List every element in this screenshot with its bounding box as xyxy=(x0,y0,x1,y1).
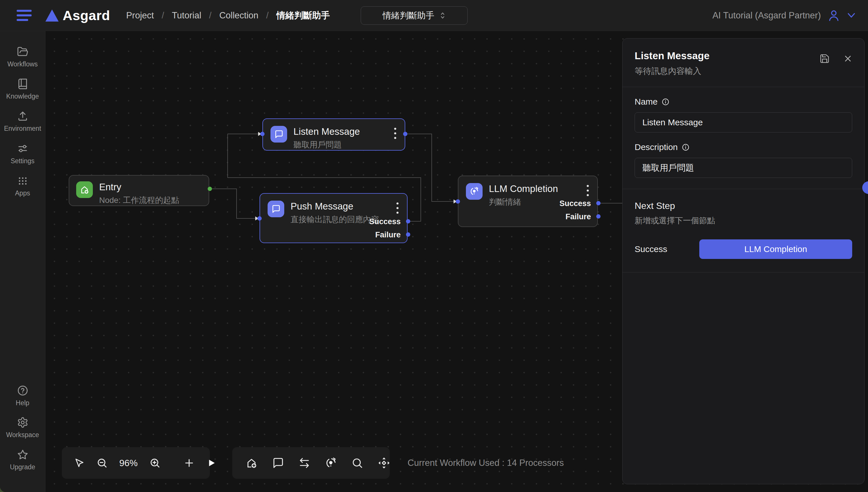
workflow-selector-value: 情緒判斷助手 xyxy=(382,10,434,22)
description-input[interactable] xyxy=(635,158,852,178)
breadcrumb: Project / Tutorial / Collection / 情緒判斷助手 xyxy=(126,9,330,22)
panel-subtitle: 等待訊息內容輸入 xyxy=(635,66,852,77)
sidebar-item-environment[interactable]: Environment xyxy=(0,110,45,132)
sidebar-item-knowledge[interactable]: Knowledge xyxy=(0,78,45,100)
account-menu[interactable]: AI Tutorial (Asgard Partner) xyxy=(713,9,856,22)
node-title: Entry xyxy=(99,181,179,193)
unfold-more-icon xyxy=(440,11,446,20)
save-button[interactable] xyxy=(819,53,830,64)
search-node-button[interactable] xyxy=(351,457,363,469)
edge-entry-to-push xyxy=(210,189,255,218)
name-input[interactable] xyxy=(635,113,852,132)
zoom-in-button[interactable] xyxy=(149,457,161,469)
breadcrumb-collection[interactable]: Collection xyxy=(219,10,258,21)
breadcrumb-project[interactable]: Project xyxy=(126,10,154,21)
breadcrumb-tutorial[interactable]: Tutorial xyxy=(172,10,201,21)
input-arrow-icon xyxy=(255,216,259,220)
canvas-toolbar: 96% xyxy=(62,447,210,479)
node-entry[interactable]: Entry Node: 工作流程的起點 xyxy=(69,175,209,206)
sidebar-item-settings[interactable]: Settings xyxy=(0,143,45,165)
sidebar: Workflows Knowledge Environment Settings… xyxy=(0,31,45,492)
entry-node-icon xyxy=(76,181,93,198)
breadcrumb-separator: / xyxy=(162,10,164,21)
node-menu-icon[interactable] xyxy=(586,184,589,197)
sliders-icon xyxy=(17,143,28,154)
add-entry-node-button[interactable] xyxy=(245,457,257,469)
app-window: Asgard Project / Tutorial / Collection /… xyxy=(0,0,868,492)
star-icon xyxy=(17,449,28,460)
breadcrumb-separator: / xyxy=(266,10,269,21)
move-canvas-button[interactable] xyxy=(378,457,390,469)
edge-listen-to-llm xyxy=(405,134,453,201)
name-field-label: Name xyxy=(635,97,852,107)
sidebar-item-label: Workspace xyxy=(6,431,39,439)
node-subtitle: 判斷情緒 xyxy=(489,197,558,207)
sidebar-item-label: Workflows xyxy=(7,60,38,68)
brand-name: Asgard xyxy=(63,7,110,23)
workflow-usage-status: Current Workflow Used : 14 Processors xyxy=(407,447,564,479)
chevron-down-icon xyxy=(847,13,856,19)
workflow-selector[interactable]: 情緒判斷助手 xyxy=(361,6,468,25)
help-circle-icon xyxy=(17,385,28,396)
sidebar-item-label: Environment xyxy=(4,125,41,132)
sidebar-item-label: Settings xyxy=(10,157,34,165)
breadcrumb-current: 情緒判斷助手 xyxy=(276,9,330,22)
panel-divider xyxy=(623,272,864,272)
breadcrumb-separator: / xyxy=(209,10,212,21)
grid-icon xyxy=(17,175,28,187)
gear-icon xyxy=(17,417,28,428)
sidebar-item-help[interactable]: Help xyxy=(0,385,45,407)
zoom-level: 96% xyxy=(119,458,138,468)
upload-icon xyxy=(17,110,28,122)
topbar: Asgard Project / Tutorial / Collection /… xyxy=(0,0,868,31)
add-switch-node-button[interactable] xyxy=(298,457,311,469)
input-arrow-icon xyxy=(258,132,262,136)
output-port-label: Success xyxy=(559,199,591,208)
description-field-label: Description xyxy=(635,142,852,152)
sidebar-item-workflows[interactable]: Workflows xyxy=(0,46,45,68)
run-workflow-button[interactable] xyxy=(206,458,217,468)
panel-header: Listen Message 等待訊息內容輸入 xyxy=(623,39,864,87)
close-icon[interactable] xyxy=(843,53,853,64)
info-icon[interactable] xyxy=(682,143,690,151)
node-title: LLM Completion xyxy=(489,183,558,195)
panel-divider xyxy=(623,87,864,87)
node-subtitle: Node: 工作流程的起點 xyxy=(99,195,179,206)
add-node-button[interactable] xyxy=(184,458,195,468)
folder-icon xyxy=(17,46,28,57)
info-icon[interactable] xyxy=(662,98,669,106)
add-message-node-button[interactable] xyxy=(272,457,284,469)
node-palette-toolbar xyxy=(232,447,390,479)
node-llm-completion[interactable]: LLM Completion 判斷情緒 Success Failure xyxy=(458,176,598,227)
next-step-title: Next Step xyxy=(635,201,852,211)
node-title: Push Message xyxy=(291,201,379,212)
workflow-canvas[interactable]: Entry Node: 工作流程的起點 Listen Message 聽取用戶問… xyxy=(45,31,868,492)
sidebar-item-label: Help xyxy=(16,399,29,407)
success-branch-label: Success xyxy=(635,244,667,254)
output-port-label: Failure xyxy=(375,230,401,239)
node-push-message[interactable]: Push Message 直接輸出訊息的回應內容 Success Failure xyxy=(259,193,407,243)
node-menu-icon[interactable] xyxy=(394,127,397,140)
panel-divider xyxy=(623,189,864,189)
sidebar-item-apps[interactable]: Apps xyxy=(0,175,45,197)
node-title: Listen Message xyxy=(294,126,360,138)
next-step-target-button[interactable]: LLM Completion xyxy=(699,239,852,259)
output-port-label: Success xyxy=(369,217,401,226)
sidebar-item-label: Apps xyxy=(15,189,30,197)
node-subtitle: 直接輸出訊息的回應內容 xyxy=(291,214,379,225)
input-arrow-icon xyxy=(453,199,457,203)
node-listen-message[interactable]: Listen Message 聽取用戶問題 xyxy=(263,118,405,151)
message-node-icon xyxy=(268,201,284,217)
message-node-icon xyxy=(270,126,287,143)
account-name: AI Tutorial (Asgard Partner) xyxy=(713,10,821,21)
add-llm-node-button[interactable] xyxy=(325,457,337,469)
zoom-out-button[interactable] xyxy=(96,457,108,469)
sidebar-item-workspace[interactable]: Workspace xyxy=(0,417,45,439)
node-settings-panel: Listen Message 等待訊息內容輸入 Name xyxy=(622,38,865,484)
select-cursor-button[interactable] xyxy=(74,458,85,468)
sidebar-item-upgrade[interactable]: Upgrade xyxy=(0,449,45,471)
book-icon xyxy=(17,78,28,90)
menu-icon[interactable] xyxy=(17,10,32,21)
sidebar-item-label: Knowledge xyxy=(6,93,39,100)
node-menu-icon[interactable] xyxy=(396,202,399,214)
